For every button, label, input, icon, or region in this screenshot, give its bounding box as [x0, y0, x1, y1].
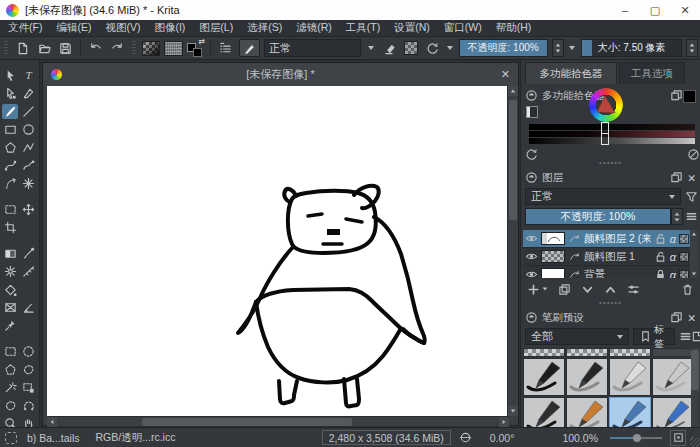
assistants-tool-icon[interactable]	[2, 300, 18, 315]
menu-help[interactable]: 帮助(H)	[496, 21, 532, 35]
delete-layer-button[interactable]	[681, 283, 694, 296]
selection-display-mode-icon[interactable]	[5, 432, 17, 444]
size-slider[interactable]: 大小: 7.50 像素	[581, 39, 682, 57]
pattern-selector[interactable]	[164, 41, 182, 56]
rectangle-tool-icon[interactable]	[2, 122, 18, 137]
freehand-selection-tool-icon[interactable]	[21, 362, 37, 377]
move-tool-icon[interactable]	[21, 202, 37, 217]
tag-button[interactable]: 标签	[633, 328, 675, 345]
rectangular-selection-tool-icon[interactable]	[2, 344, 18, 359]
background-color-swatch[interactable]	[193, 48, 202, 57]
text-tool-icon[interactable]: T	[21, 68, 37, 83]
vertical-scrollbar-thumb[interactable]	[509, 100, 517, 220]
canvas-rotation-icon[interactable]	[459, 431, 472, 444]
layer-row[interactable]: 颜料图层 2 (来自粘贴) α	[523, 230, 691, 248]
multibrush-tool-icon[interactable]	[21, 176, 37, 191]
add-layer-button[interactable]	[527, 283, 548, 296]
docker-splitter[interactable]: ••••••	[521, 160, 700, 166]
menu-filter[interactable]: 滤镜(R)	[296, 21, 332, 35]
color-triangle[interactable]	[589, 88, 623, 122]
menu-window[interactable]: 窗口(W)	[444, 21, 482, 35]
layer-alpha-icon[interactable]: α	[670, 251, 676, 263]
layer-thumbnail[interactable]	[541, 232, 565, 245]
foreground-background-colors[interactable]: ⇄	[187, 39, 204, 57]
layer-lock-icon[interactable]	[654, 268, 667, 278]
layer-row[interactable]: 颜料图层 1 α	[523, 248, 691, 266]
horizontal-scrollbar-thumb[interactable]	[142, 418, 352, 426]
layer-name[interactable]: 颜料图层 2 (来自粘贴)	[584, 232, 651, 246]
statusbar-angle[interactable]: 0.00°	[490, 432, 515, 444]
docker-splitter[interactable]: ••••••	[521, 300, 700, 306]
polygon-tool-icon[interactable]	[2, 140, 18, 155]
close-docker-icon[interactable]: ✕	[687, 312, 696, 324]
new-document-button[interactable]	[14, 39, 31, 57]
brush-preset-thumbnail[interactable]	[523, 348, 565, 357]
open-document-button[interactable]	[35, 39, 52, 57]
brush-bookmark-icon[interactable]	[691, 330, 700, 343]
brush-preset-thumbnail[interactable]	[652, 358, 694, 396]
menu-view[interactable]: 视图(V)	[105, 21, 140, 35]
brush-filter-dropdown[interactable]: 全部	[525, 328, 629, 345]
layer-lock-icon[interactable]	[654, 250, 667, 263]
crop-tool-icon[interactable]	[2, 220, 18, 235]
fill-tool-icon[interactable]	[2, 282, 18, 297]
brush-preset-thumbnail[interactable]	[609, 358, 651, 396]
brush-docker-header[interactable]: 笔刷预设 ✕	[525, 310, 696, 325]
preserve-alpha-icon[interactable]	[404, 41, 418, 55]
layer-row[interactable]: 背景 α	[523, 266, 691, 278]
color-sampler-tool-icon[interactable]	[21, 246, 37, 261]
layer-visibility-icon[interactable]	[525, 250, 538, 263]
polyline-tool-icon[interactable]	[21, 140, 37, 155]
resize-grip[interactable]	[690, 437, 700, 447]
polygonal-selection-tool-icon[interactable]	[2, 362, 18, 377]
move-layer-up-button[interactable]	[604, 283, 617, 296]
layer-blend-mode-dropdown[interactable]: 正常	[525, 188, 681, 205]
inherit-alpha-icon[interactable]	[679, 234, 689, 244]
transform-tool-icon[interactable]	[2, 202, 18, 217]
opacity-slider[interactable]: 不透明度: 100%	[459, 39, 548, 57]
swap-colors-icon[interactable]: ⇄	[198, 37, 205, 46]
brush-grid-scrollbar[interactable]	[691, 348, 699, 434]
color-layout-icon[interactable]	[526, 106, 538, 118]
layer-properties-button[interactable]	[627, 283, 640, 296]
select-shapes-tool-icon[interactable]	[2, 68, 18, 83]
save-button[interactable]	[57, 39, 74, 57]
horizontal-scrollbar[interactable]	[47, 416, 509, 426]
close-docker-icon[interactable]: ✕	[687, 172, 696, 184]
layer-lock-icon[interactable]	[654, 232, 667, 245]
smart-patch-tool-icon[interactable]	[21, 264, 37, 279]
maximize-button[interactable]: ▢	[640, 0, 670, 20]
layers-docker-header[interactable]: 图层 ✕	[525, 170, 696, 185]
move-layer-down-button[interactable]	[581, 283, 594, 296]
zoom-slider-handle[interactable]	[633, 434, 641, 442]
layer-visibility-icon[interactable]	[525, 232, 538, 245]
menu-settings[interactable]: 设置(N)	[394, 21, 430, 35]
color-history-bar-3[interactable]	[529, 138, 695, 144]
tab-tool-options[interactable]: 工具选项	[619, 62, 685, 84]
menu-image[interactable]: 图像(I)	[154, 21, 185, 35]
float-docker-icon[interactable]	[670, 311, 683, 324]
magnetic-selection-tool-icon[interactable]	[21, 398, 37, 413]
inherit-alpha-icon[interactable]	[679, 252, 689, 262]
canvas-subwindow-titlebar[interactable]: [未保存图像] * ✕	[43, 63, 518, 86]
layer-opacity-slider[interactable]: 不透明度: 100%	[525, 208, 671, 225]
float-docker-icon[interactable]	[670, 171, 683, 184]
zoom-slider[interactable]	[610, 433, 662, 443]
menu-select[interactable]: 选择(S)	[247, 21, 282, 35]
menu-edit[interactable]: 编辑(E)	[56, 21, 91, 35]
blending-options-icon[interactable]	[217, 39, 234, 57]
brush-preset-thumbnail[interactable]	[523, 358, 565, 396]
reference-images-tool-icon[interactable]	[2, 318, 18, 333]
close-button[interactable]: ✕	[670, 0, 700, 20]
layer-list-scrollbar[interactable]	[690, 230, 698, 278]
toolbar-grip[interactable]	[132, 41, 136, 55]
outline-selection-tool-icon[interactable]	[2, 398, 18, 413]
freehand-path-tool-icon[interactable]	[21, 158, 37, 173]
reload-dropdown-arrow[interactable]	[445, 39, 455, 57]
undo-button[interactable]	[87, 39, 104, 57]
layer-alpha-icon[interactable]: α	[670, 233, 676, 245]
statusbar-zoom-value[interactable]: 100.0%	[562, 432, 598, 444]
layer-visibility-icon[interactable]	[525, 268, 538, 278]
dynamic-brush-tool-icon[interactable]	[2, 176, 18, 191]
zoom-fit-button[interactable]	[670, 430, 686, 446]
